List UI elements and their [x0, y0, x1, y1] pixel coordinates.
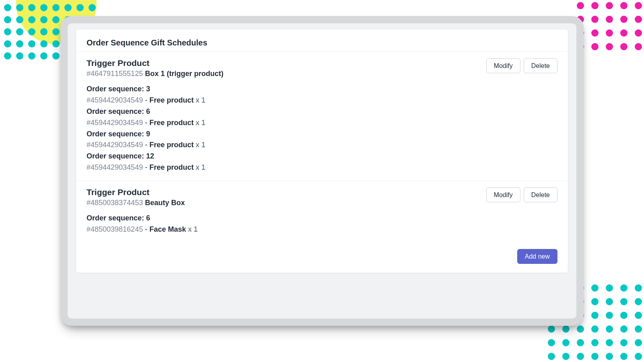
trigger-product-id: #4647911555125: [87, 70, 143, 78]
order-sequence-label: Order sequence: 6: [87, 106, 557, 117]
gift-line: #4594429034549 - Free product x 1: [87, 162, 557, 173]
schedule-section: Trigger Product #4850038374453 Beauty Bo…: [76, 181, 568, 243]
trigger-product-name: Beauty Box: [145, 199, 185, 207]
gift-name: Free product: [149, 163, 194, 171]
gift-line: #4850039816245 - Face Mask x 1: [87, 224, 557, 235]
schedule-section: Trigger Product #4647911555125 Box 1 (tr…: [76, 51, 568, 181]
gift-id: #4594429034549: [87, 163, 143, 171]
gift-name: Free product: [149, 141, 194, 149]
gift-line: #4594429034549 - Free product x 1: [87, 140, 557, 151]
order-sequence-label: Order sequence: 3: [87, 84, 557, 95]
gift-qty: x 1: [196, 141, 205, 149]
gift-schedules-card: Order Sequence Gift Schedules Trigger Pr…: [76, 29, 568, 273]
trigger-product-heading: Trigger Product: [87, 58, 223, 68]
trigger-product-id: #4850038374453: [87, 199, 143, 207]
order-sequence-label: Order sequence: 12: [87, 151, 557, 162]
add-new-button[interactable]: Add new: [517, 249, 557, 264]
order-sequence-label: Order sequence: 9: [87, 129, 557, 140]
trigger-product-line: #4850038374453 Beauty Box: [87, 199, 185, 207]
sequence-list: Order sequence: 3 #4594429034549 - Free …: [87, 84, 557, 173]
gift-id: #4850039816245: [87, 225, 143, 233]
gift-name: Face Mask: [149, 225, 186, 233]
delete-button[interactable]: Delete: [524, 58, 557, 73]
device-frame: Order Sequence Gift Schedules Trigger Pr…: [60, 16, 584, 326]
delete-button[interactable]: Delete: [524, 187, 557, 202]
gift-line: #4594429034549 - Free product x 1: [87, 117, 557, 129]
gift-name: Free product: [149, 119, 194, 127]
gift-qty: x 1: [188, 225, 198, 233]
gift-qty: x 1: [196, 96, 205, 104]
sequence-list: Order sequence: 6 #4850039816245 - Face …: [87, 213, 557, 235]
order-sequence-label: Order sequence: 6: [87, 213, 557, 224]
gift-name: Free product: [149, 96, 194, 104]
gift-id: #4594429034549: [87, 96, 143, 104]
gift-qty: x 1: [196, 119, 205, 127]
gift-qty: x 1: [196, 163, 205, 171]
modify-button[interactable]: Modify: [486, 58, 520, 73]
gift-id: #4594429034549: [87, 119, 143, 127]
page-title: Order Sequence Gift Schedules: [76, 29, 568, 51]
gift-line: #4594429034549 - Free product x 1: [87, 95, 557, 106]
trigger-product-line: #4647911555125 Box 1 (trigger product): [87, 70, 223, 78]
add-new-row: Add new: [76, 243, 568, 273]
trigger-product-name: Box 1 (trigger product): [145, 70, 223, 78]
trigger-product-heading: Trigger Product: [87, 187, 185, 197]
gift-id: #4594429034549: [87, 141, 143, 149]
modify-button[interactable]: Modify: [486, 187, 520, 202]
